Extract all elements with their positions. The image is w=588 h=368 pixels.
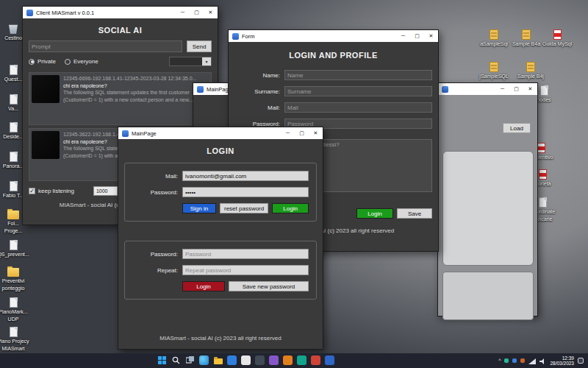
edge-icon[interactable] xyxy=(199,355,209,365)
gray-window-titlebar[interactable]: ─ ▢ ✕ xyxy=(438,83,537,95)
desktop-icon-label: Guida MySql xyxy=(542,41,572,47)
app-icon xyxy=(122,130,129,137)
search-icon[interactable] xyxy=(171,355,181,365)
password-field[interactable] xyxy=(182,187,309,197)
notification-icon[interactable] xyxy=(578,358,584,364)
app-icon xyxy=(232,33,239,40)
start-button[interactable] xyxy=(157,355,167,365)
everyone-radio[interactable] xyxy=(65,59,71,65)
save-new-password-button[interactable]: Save new password xyxy=(229,281,309,291)
desktop-icon-label: nodes xyxy=(537,97,551,103)
close-button[interactable]: ✕ xyxy=(204,7,218,18)
maximize-button[interactable]: ▢ xyxy=(190,7,204,18)
input-panel[interactable] xyxy=(442,272,534,320)
prompt-input[interactable] xyxy=(29,40,182,52)
date-text: 28/03/2023 xyxy=(550,361,574,366)
taskbar-app-1[interactable] xyxy=(241,355,251,365)
network-icon[interactable] xyxy=(528,354,536,367)
taskbar-app-4[interactable] xyxy=(283,355,293,365)
reset-password-button[interactable]: reset password xyxy=(220,203,268,213)
save-button[interactable]: Save xyxy=(397,208,432,219)
desktop-icon-jsamplesql[interactable]: jSampleSQL xyxy=(475,62,513,79)
mainpage-titlebar[interactable]: MainPage ─ ▢ ✕ xyxy=(118,127,323,139)
mail-field[interactable] xyxy=(284,102,432,113)
maximize-button[interactable]: ▢ xyxy=(410,30,424,42)
login-button-red[interactable]: Login xyxy=(182,281,225,291)
taskbar-app-5[interactable] xyxy=(297,355,306,365)
form-window-titlebar[interactable]: Form ─ ▢ ✕ xyxy=(229,30,438,42)
tray-app-icon[interactable] xyxy=(512,358,517,363)
login-button[interactable]: Login xyxy=(356,208,393,219)
desktop-icon-sample-b4j[interactable]: Sample B4j xyxy=(512,62,550,79)
social-window-titlebar[interactable]: Client MIASmart v 0.0.1 ─ ▢ ✕ xyxy=(23,7,218,18)
task-view-icon[interactable] xyxy=(185,355,195,365)
desktop-icon-guida-mysql[interactable]: Guida MySql xyxy=(538,29,576,47)
desktop-icon-label: Sample B4j xyxy=(517,74,544,79)
document-icon xyxy=(10,297,18,308)
tray-chevron-up-icon[interactable]: ^ xyxy=(498,353,501,368)
taskbar-app-7[interactable] xyxy=(325,355,334,365)
minimize-button[interactable]: ─ xyxy=(176,7,190,18)
store-icon[interactable] xyxy=(227,355,237,365)
desktop-icon-pianomark-udp[interactable]: PianoMark... UDP xyxy=(0,297,32,322)
desktop-icon-piano-projecy[interactable]: Piano Projecy MIASmart xyxy=(0,327,32,352)
keep-listening-checkbox[interactable]: ✓ xyxy=(29,188,35,194)
file-explorer-icon[interactable] xyxy=(213,355,223,365)
desktop-icon-preventivi-ponteggio[interactable]: Preventivi ponteggio xyxy=(0,268,32,291)
volume-icon[interactable] xyxy=(539,354,546,367)
surname-field[interactable] xyxy=(284,86,432,96)
login-button[interactable]: Login xyxy=(272,203,309,213)
sign-in-button[interactable]: Sign in xyxy=(182,203,216,213)
name-label: Name: xyxy=(234,72,280,79)
gray-window: ─ ▢ ✕ Load xyxy=(437,82,538,316)
message-answer: The following SQL statement updates the … xyxy=(63,89,196,96)
send-button[interactable]: Send xyxy=(187,40,212,52)
mainpage-login-window: MainPage ─ ▢ ✕ LOGIN Mail: Password: Sig… xyxy=(118,127,323,350)
tray-app-icon[interactable] xyxy=(520,358,525,363)
chevron-down-icon: ▾ xyxy=(202,57,211,66)
tray-app-icon[interactable] xyxy=(504,358,509,363)
app-icon xyxy=(197,86,204,93)
login-group: Mail: Password: Sign in reset password L… xyxy=(124,163,317,222)
private-radio[interactable] xyxy=(29,59,35,65)
mail-field[interactable] xyxy=(182,171,309,181)
minimize-button[interactable]: ─ xyxy=(281,127,295,139)
taskbar-app-3[interactable] xyxy=(269,355,279,365)
window-title: Form xyxy=(242,33,393,40)
maximize-button[interactable]: ▢ xyxy=(295,127,309,139)
taskbar-app-6[interactable] xyxy=(311,355,320,365)
minimize-button[interactable]: ─ xyxy=(396,30,410,42)
desktop-icon-qs-prevent[interactable]: QS_prevent... xyxy=(0,240,32,258)
pdf-file-icon xyxy=(539,169,547,180)
load-button[interactable]: Load xyxy=(503,123,531,133)
sql-file-icon xyxy=(490,29,498,40)
document-icon xyxy=(10,327,18,337)
output-panel[interactable] xyxy=(442,151,534,266)
name-field[interactable] xyxy=(284,70,432,80)
pdf-file-icon xyxy=(553,29,562,40)
window-footer: MIASmart - social AI (c) 2023 all right … xyxy=(118,335,323,342)
message-answer: (CustomerID = 1) with a new contact pers… xyxy=(63,96,196,104)
desktop-icon-label: Fol... xyxy=(7,221,19,227)
message-meta: 12345-6696-192.168.1.41-12345-2023-03-28… xyxy=(63,75,196,82)
mail-label: Mail: xyxy=(234,105,280,111)
desktop-icon-label: Sample B4a xyxy=(512,41,540,47)
channel-dropdown[interactable]: ▾ xyxy=(169,57,212,66)
mainpage-body: LOGIN Mail: Password: Sign in reset pass… xyxy=(118,139,323,349)
document-icon xyxy=(540,85,548,96)
page-title: LOGIN AND PROFILE xyxy=(234,51,432,60)
minimize-button[interactable]: ─ xyxy=(495,83,509,95)
clock[interactable]: 12:39 28/03/2023 xyxy=(550,355,574,366)
document-icon xyxy=(10,240,18,250)
page-title: SOCIAL AI xyxy=(29,26,212,35)
repeat-password-field[interactable] xyxy=(182,265,309,275)
message-item[interactable]: 12345-6696-192.168.1.41-12345-2023-03-28… xyxy=(29,72,212,125)
close-button[interactable]: ✕ xyxy=(309,127,323,139)
taskbar-app-2[interactable] xyxy=(255,355,265,365)
maximize-button[interactable]: ▢ xyxy=(509,83,523,95)
folder-icon xyxy=(7,268,19,277)
close-button[interactable]: ✕ xyxy=(523,83,537,95)
desktop-icon-label: Va... xyxy=(8,106,18,112)
close-button[interactable]: ✕ xyxy=(424,30,438,42)
new-password-field[interactable] xyxy=(182,249,309,259)
